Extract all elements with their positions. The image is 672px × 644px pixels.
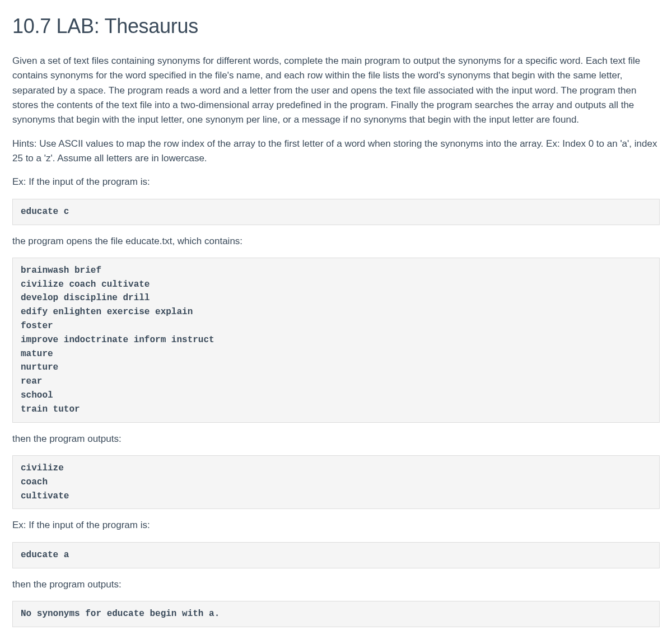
example2-output-label: then the program outputs: [12, 577, 660, 592]
example2-input-label: Ex: If the input of the program is: [12, 518, 660, 533]
example1-input-label: Ex: If the input of the program is: [12, 175, 660, 189]
example1-output-label: then the program outputs: [12, 432, 660, 446]
file-contents-code: brainwash brief civilize coach cultivate… [12, 258, 660, 423]
example2-input-code: educate a [12, 542, 660, 568]
hints-paragraph: Hints: Use ASCII values to map the row i… [12, 137, 660, 166]
example1-input-code: educate c [12, 199, 660, 225]
example1-output-code: civilize coach cultivate [12, 455, 660, 509]
example2-output-code: No synonyms for educate begin with a. [12, 601, 660, 627]
example1-file-label: the program opens the file educate.txt, … [12, 234, 660, 249]
intro-paragraph: Given a set of text files containing syn… [12, 54, 660, 128]
page-title: 10.7 LAB: Thesaurus [12, 11, 660, 41]
